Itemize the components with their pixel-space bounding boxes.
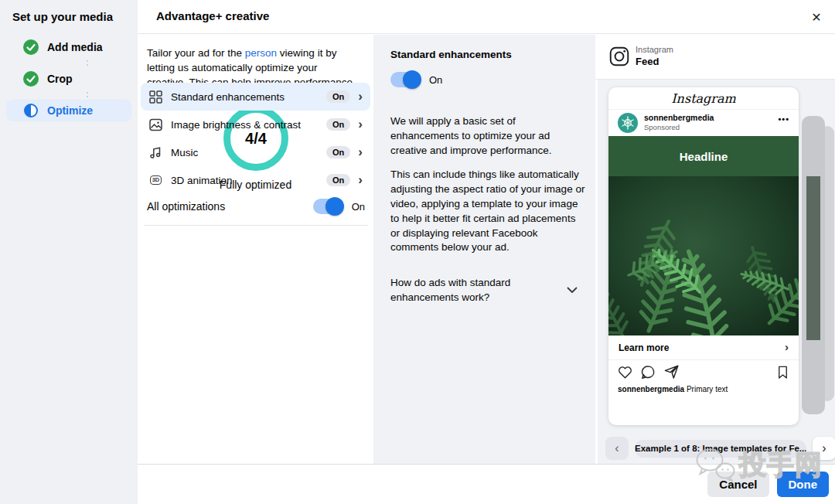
enhancement-label: Standard enhancements bbox=[171, 91, 319, 103]
post-caption: sonnenbergmedia Primary text bbox=[608, 383, 799, 395]
step-label: Crop bbox=[47, 73, 73, 85]
optimize-summary-column: Tailor your ad for the person viewing it… bbox=[138, 35, 373, 464]
advantage-creative-dialog: Advantage+ creative ✕ Tailor your ad for… bbox=[138, 0, 835, 504]
sidebar-item-add-media[interactable]: Add media bbox=[6, 36, 131, 58]
dialog-footer: Cancel Done bbox=[138, 464, 835, 504]
preview-placement-header: Instagram Feed bbox=[595, 35, 835, 80]
share-plane-icon[interactable] bbox=[663, 364, 680, 380]
3d-badge-icon: 3D bbox=[148, 173, 163, 188]
status-badge: On bbox=[326, 146, 350, 158]
platform-label: Instagram bbox=[636, 45, 673, 54]
enhancement-row-music[interactable]: Music On › bbox=[141, 138, 370, 166]
toggle-state-label: On bbox=[429, 74, 442, 86]
chevron-down-icon bbox=[567, 287, 578, 294]
all-optimizations-toggle[interactable] bbox=[313, 199, 343, 214]
stacked-preview-card bbox=[802, 116, 825, 414]
step-connector bbox=[36, 60, 138, 66]
advantage-creative-screen: Set up your media Add media Crop Optimiz… bbox=[0, 0, 835, 504]
standard-enhancements-toggle[interactable] bbox=[390, 72, 420, 87]
example-pager-label: Example 1 of 8: Image templates for Fe..… bbox=[635, 440, 806, 458]
enhancement-row-3d[interactable]: 3D 3D animation On › bbox=[141, 166, 370, 194]
avatar bbox=[618, 113, 638, 133]
divider bbox=[144, 225, 368, 226]
person-link[interactable]: person bbox=[245, 47, 277, 59]
done-button[interactable]: Done bbox=[777, 472, 830, 497]
3d-badge-text: 3D bbox=[150, 175, 162, 186]
ad-image-fern-photo bbox=[608, 176, 799, 335]
check-circle-icon bbox=[23, 39, 39, 55]
post-profile-row: sonnenbergmedia Sponsored ••• bbox=[608, 110, 799, 136]
dialog-header: Advantage+ creative ✕ bbox=[138, 0, 835, 34]
post-action-row bbox=[608, 360, 799, 383]
faq-question: How do ads with standard enhancements wo… bbox=[390, 276, 522, 305]
ad-headline-banner: Headline bbox=[608, 136, 799, 176]
detail-paragraph: We will apply a basic set of enhancement… bbox=[390, 114, 587, 158]
status-badge: On bbox=[326, 174, 350, 186]
enhancement-label: 3D animation bbox=[171, 175, 319, 186]
sidebar-item-crop[interactable]: Crop bbox=[6, 68, 131, 90]
sponsored-label: Sponsored bbox=[644, 123, 680, 131]
sidebar-title: Set up your media bbox=[12, 10, 138, 23]
enhancement-row-standard[interactable]: Standard enhancements On › bbox=[141, 83, 370, 111]
image-icon bbox=[148, 117, 163, 132]
learn-more-cta[interactable]: Learn more › bbox=[608, 335, 799, 360]
step-connector bbox=[36, 92, 138, 97]
step-label: Add media bbox=[47, 41, 103, 53]
ad-preview-panel: Instagram Feed Instagram sonnenbergmedia… bbox=[595, 35, 835, 464]
standard-enhancements-detail: Standard enhancements On We will apply a… bbox=[373, 35, 595, 464]
chevron-right-icon: › bbox=[358, 145, 363, 158]
detail-paragraph: This can include things like automatical… bbox=[390, 168, 587, 255]
grid-icon bbox=[148, 90, 163, 104]
bookmark-icon[interactable] bbox=[775, 365, 790, 380]
intro-before: Tailor your ad for the bbox=[147, 47, 245, 59]
more-menu-icon[interactable]: ••• bbox=[778, 114, 789, 124]
caption-text: Primary text bbox=[684, 385, 728, 393]
check-circle-icon bbox=[23, 71, 39, 87]
caption-account: sonnenbergmedia bbox=[618, 385, 684, 393]
all-optimizations-row: All optimizations On bbox=[147, 199, 365, 214]
chevron-right-icon: › bbox=[358, 173, 363, 186]
instagram-post-preview: Instagram sonnenbergmedia Sponsored ••• … bbox=[608, 87, 799, 425]
media-setup-sidebar: Set up your media Add media Crop Optimiz… bbox=[0, 0, 138, 504]
placement-label: Feed bbox=[636, 56, 659, 67]
comment-icon[interactable] bbox=[640, 364, 656, 380]
chevron-right-icon: › bbox=[785, 341, 789, 352]
detail-title: Standard enhancements bbox=[390, 49, 512, 60]
account-name[interactable]: sonnenbergmedia bbox=[644, 113, 714, 122]
faq-expander[interactable]: How do ads with standard enhancements wo… bbox=[390, 276, 582, 305]
chevron-right-icon: › bbox=[358, 90, 363, 103]
enhancement-label: Image brightness & contrast bbox=[171, 119, 319, 131]
sidebar-item-optimize[interactable]: Optimize bbox=[6, 100, 131, 121]
next-example-button[interactable]: › bbox=[813, 437, 835, 460]
enhancement-label: Music bbox=[171, 147, 319, 158]
standard-enhancements-toggle-row: On bbox=[390, 72, 442, 87]
cancel-button[interactable]: Cancel bbox=[707, 472, 769, 497]
like-heart-icon[interactable] bbox=[617, 364, 633, 380]
toggle-state-label: On bbox=[352, 201, 365, 213]
instagram-wordmark: Instagram bbox=[608, 87, 799, 110]
enhancement-row-brightness[interactable]: Image brightness & contrast On › bbox=[141, 111, 370, 138]
close-icon[interactable]: ✕ bbox=[807, 8, 826, 26]
status-badge: On bbox=[326, 118, 350, 131]
all-optimizations-label: All optimizations bbox=[147, 200, 313, 213]
step-label: Optimize bbox=[47, 104, 93, 117]
previous-example-button[interactable]: ‹ bbox=[605, 437, 629, 460]
instagram-icon bbox=[609, 46, 629, 66]
preview-body: Instagram sonnenbergmedia Sponsored ••• … bbox=[595, 80, 835, 464]
cta-label: Learn more bbox=[619, 342, 669, 353]
chevron-right-icon: › bbox=[358, 117, 363, 131]
status-badge: On bbox=[326, 90, 350, 103]
music-note-icon bbox=[148, 145, 163, 160]
dialog-title: Advantage+ creative bbox=[156, 9, 269, 22]
half-progress-icon bbox=[23, 103, 39, 118]
